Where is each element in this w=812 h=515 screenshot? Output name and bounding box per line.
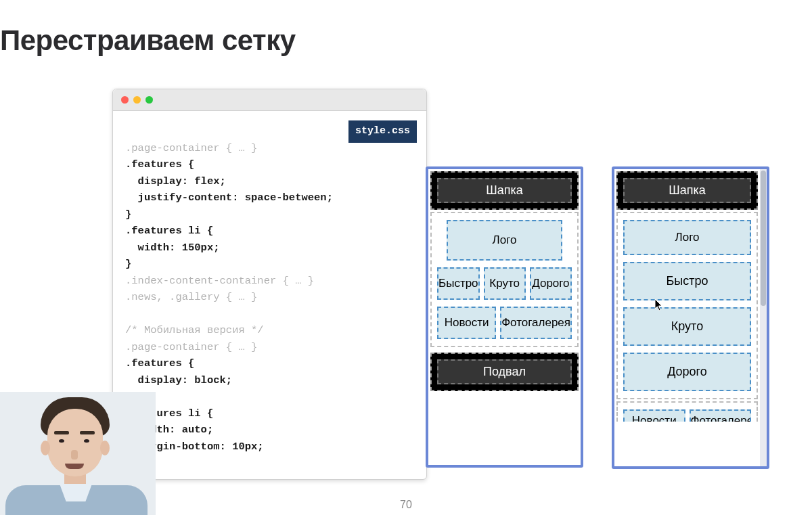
mock-header: Шапка [437, 178, 572, 203]
code-line: .page-container { … } [125, 341, 257, 353]
code-line: /* Мобильная версия */ [125, 324, 264, 336]
mock-feature: Круто [484, 267, 526, 300]
mock-logo: Лого [447, 220, 562, 261]
mock-header-band: Шапка [616, 171, 758, 210]
code-line: .features { [125, 158, 194, 171]
mock-gallery: Фотогалерея [500, 307, 572, 339]
scrollbar[interactable] [760, 169, 767, 466]
code-line: width: 150px; [125, 242, 220, 254]
mock-header: Шапка [623, 178, 751, 203]
mock-content-lower: Новости Фотогалере [616, 401, 758, 422]
mock-content: Лого Быстро Круто Дорого Новости Фотогал… [430, 212, 579, 347]
code-line: } [125, 208, 131, 221]
mock-footer: Подвал [437, 359, 572, 384]
mock-feature: Дорого [530, 267, 572, 300]
presenter-webcam [0, 392, 156, 515]
mockup-mobile: Шапка Лого Быстро Круто Дорого Новости Ф… [612, 166, 769, 469]
mock-feature: Круто [623, 307, 751, 346]
code-line: display: block; [125, 374, 232, 386]
zoom-icon [145, 96, 153, 104]
mock-header-band: Шапка [430, 171, 579, 210]
code-line: } [125, 258, 131, 270]
close-icon [121, 96, 129, 104]
code-line: .index-content-container { … } [125, 275, 314, 287]
code-line: .features { [125, 357, 194, 370]
mock-feature: Быстро [437, 267, 480, 300]
mockup-desktop: Шапка Лого Быстро Круто Дорого Новости Ф… [426, 166, 583, 468]
slide: Перестраиваем сетку style.css.page-conta… [0, 0, 812, 515]
mock-news: Новости [437, 307, 496, 339]
code-line: .news, .gallery { … } [125, 291, 257, 303]
mock-logo: Лого [623, 220, 751, 255]
slide-title: Перестраиваем сетку [0, 24, 296, 57]
mock-feature: Дорого [623, 353, 751, 391]
mock-news: Новости [623, 409, 685, 422]
code-body: style.css.page-container { … } .features… [113, 111, 426, 484]
minimize-icon [133, 96, 141, 104]
code-line: display: flex; [125, 175, 226, 187]
code-window: style.css.page-container { … } .features… [112, 89, 427, 480]
mock-feature: Быстро [623, 262, 751, 300]
window-titlebar [113, 89, 426, 111]
mock-footer-band: Подвал [430, 353, 579, 391]
file-badge: style.css [348, 120, 417, 143]
code-line: justify-content: space-between; [125, 192, 333, 204]
code-line: .features li { [125, 225, 213, 237]
scrollbar-thumb[interactable] [761, 171, 766, 306]
code-line: .page-container { … } [125, 142, 257, 154]
page-number: 70 [400, 499, 412, 511]
mock-content: Лого Быстро Круто Дорого [616, 212, 758, 399]
mock-gallery: Фотогалере [690, 409, 752, 422]
